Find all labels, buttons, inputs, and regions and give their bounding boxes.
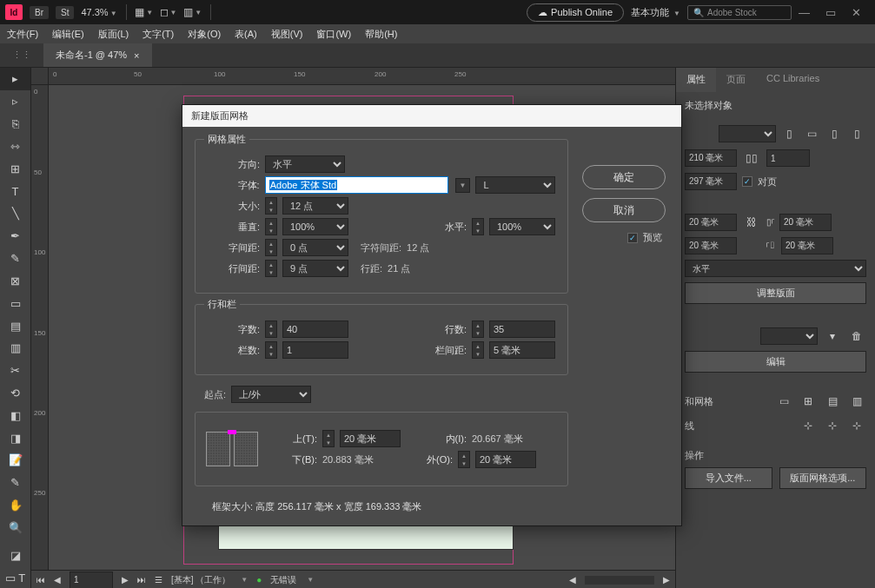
margin-top-input[interactable] [685, 214, 737, 231]
window-maximize[interactable]: ▭ [825, 6, 836, 19]
direction-select[interactable]: 水平 [265, 155, 345, 173]
tab-cc-libraries[interactable]: CC Libraries [756, 68, 830, 92]
chars-spinner[interactable]: ▲▼ [265, 320, 277, 338]
menu-edit[interactable]: 编辑(E) [52, 28, 84, 41]
grid-icon[interactable]: ⊞ [799, 392, 818, 411]
next-page-icon[interactable]: ▶ [122, 575, 129, 585]
size-input[interactable]: 12 点 [282, 197, 348, 215]
orientation-portrait-icon[interactable]: ▯ [779, 124, 799, 143]
arrange-icon[interactable]: ▥▼ [184, 4, 202, 20]
font-style-select[interactable]: L [475, 176, 555, 194]
top-input[interactable] [340, 430, 401, 447]
horizontal-spinner[interactable]: ▲▼ [472, 218, 484, 235]
preview-checkbox[interactable]: ✓ [627, 233, 638, 243]
page-count-input[interactable] [766, 149, 810, 167]
page-number-input[interactable] [70, 571, 113, 589]
type-tool[interactable]: T [0, 180, 30, 202]
adobe-stock-search[interactable]: 🔍 Adobe Stock [687, 5, 792, 20]
view-options-icon[interactable]: ▦▼ [136, 4, 153, 20]
ruler-vertical[interactable]: 0 50 100 150 200 250 [31, 85, 49, 570]
cancel-button[interactable]: 取消 [582, 198, 666, 222]
orientation-landscape-icon[interactable]: ▭ [802, 124, 821, 143]
screen-mode-toggle[interactable]: ▭ T [0, 566, 30, 588]
binding-ltr-icon[interactable]: ▯ [825, 124, 844, 143]
bridge-button[interactable]: Br [30, 6, 49, 19]
menu-help[interactable]: 帮助(H) [365, 28, 397, 41]
hand-tool[interactable]: ✋ [0, 494, 30, 517]
vertical-spinner[interactable]: ▲▼ [265, 218, 277, 235]
chars-input[interactable] [282, 320, 348, 338]
font-dropdown-icon[interactable]: ▼ [455, 178, 471, 193]
smart-guides-icon[interactable]: ⊹ [823, 416, 842, 435]
cols-input[interactable] [282, 341, 348, 359]
rectangle-frame-tool[interactable]: ⊠ [0, 269, 30, 292]
snap-guides-icon[interactable]: ⊹ [847, 416, 866, 435]
line-aki-spinner[interactable]: ▲▼ [265, 260, 277, 277]
font-family-input[interactable]: Adobe 宋体 Std [265, 176, 448, 194]
height-input[interactable] [685, 173, 737, 190]
char-aki-spinner[interactable]: ▲▼ [265, 239, 277, 256]
zoom-tool[interactable]: 🔍 [0, 517, 30, 539]
screen-mode-icon[interactable]: ◻▼ [160, 4, 177, 20]
link-margins-icon[interactable]: ⛓ [742, 213, 761, 232]
gradient-swatch-tool[interactable]: ◧ [0, 404, 30, 426]
scissors-tool[interactable]: ✂ [0, 360, 30, 382]
eyedropper-tool[interactable]: ✎ [0, 472, 30, 494]
document-tab[interactable]: 未命名-1 @ 47% × [43, 43, 152, 67]
edit-button[interactable]: 编辑 [685, 351, 866, 373]
first-page-icon[interactable]: ⏮ [36, 575, 45, 585]
menu-object[interactable]: 对象(O) [188, 28, 221, 41]
tab-grabber-icon[interactable]: ⋮⋮ [0, 43, 43, 67]
preset-select[interactable] [760, 327, 818, 345]
zoom-level[interactable]: 47.3%▼ [81, 7, 116, 17]
outside-spinner[interactable]: ▲▼ [458, 451, 470, 468]
fill-stroke-swap[interactable]: ◪ [0, 544, 30, 566]
page-size-preset[interactable] [719, 125, 776, 142]
vertical-grid-tool[interactable]: ▥ [0, 337, 30, 360]
baseline-grid-icon[interactable]: ▤ [823, 392, 842, 411]
horizontal-scale-input[interactable]: 100% [489, 218, 555, 235]
last-page-icon[interactable]: ⏭ [137, 575, 146, 585]
frame-edges-icon[interactable]: ▭ [774, 392, 793, 411]
menu-type[interactable]: 文字(T) [143, 28, 174, 41]
horizontal-grid-tool[interactable]: ▤ [0, 314, 30, 337]
ok-button[interactable]: 确定 [582, 165, 666, 189]
note-tool[interactable]: 📝 [0, 449, 30, 472]
outside-input[interactable] [475, 451, 536, 468]
margin-inside-input[interactable] [779, 214, 832, 231]
vertical-scale-input[interactable]: 100% [282, 218, 348, 235]
gutter-input[interactable] [489, 341, 555, 359]
import-file-button[interactable]: 导入文件... [685, 467, 772, 489]
direction-select[interactable]: 水平 [685, 260, 866, 277]
menu-layout[interactable]: 版面(L) [98, 28, 129, 41]
ruler-horizontal[interactable]: 0 50 100 150 200 250 [49, 68, 675, 85]
pencil-tool[interactable]: ✎ [0, 248, 30, 270]
pen-tool[interactable]: ✒ [0, 225, 30, 248]
menu-view[interactable]: 视图(V) [271, 28, 303, 41]
page-tool[interactable]: ⎘ [0, 113, 30, 135]
tab-properties[interactable]: 属性 [676, 68, 716, 92]
gap-tool[interactable]: ⇿ [0, 135, 30, 157]
tab-pages[interactable]: 页面 [716, 68, 756, 92]
facing-pages-checkbox[interactable]: ✓ [742, 176, 752, 187]
gradient-feather-tool[interactable]: ◨ [0, 426, 30, 449]
save-preset-icon[interactable]: ▾ [823, 327, 842, 346]
adjust-layout-button[interactable]: 调整版面 [685, 282, 866, 304]
window-close[interactable]: ✕ [852, 6, 861, 19]
cols-spinner[interactable]: ▲▼ [265, 341, 277, 359]
origin-select[interactable]: 上/外 [231, 386, 311, 403]
rectangle-tool[interactable]: ▭ [0, 292, 30, 314]
content-collector-tool[interactable]: ⊞ [0, 157, 30, 180]
prev-page-icon[interactable]: ◀ [54, 575, 61, 585]
delete-preset-icon[interactable]: 🗑 [847, 327, 866, 346]
lines-spinner[interactable]: ▲▼ [472, 320, 484, 338]
char-aki-input[interactable]: 0 点 [282, 239, 348, 256]
horizontal-scrollbar[interactable] [585, 576, 654, 585]
margin-outside-input[interactable] [781, 237, 833, 254]
selection-tool[interactable]: ▸ [0, 68, 30, 90]
tab-close-icon[interactable]: × [134, 50, 139, 61]
gutter-spinner[interactable]: ▲▼ [472, 341, 484, 359]
top-spinner[interactable]: ▲▼ [322, 430, 335, 447]
free-transform-tool[interactable]: ⟲ [0, 382, 30, 405]
margin-bottom-input[interactable] [685, 237, 737, 254]
